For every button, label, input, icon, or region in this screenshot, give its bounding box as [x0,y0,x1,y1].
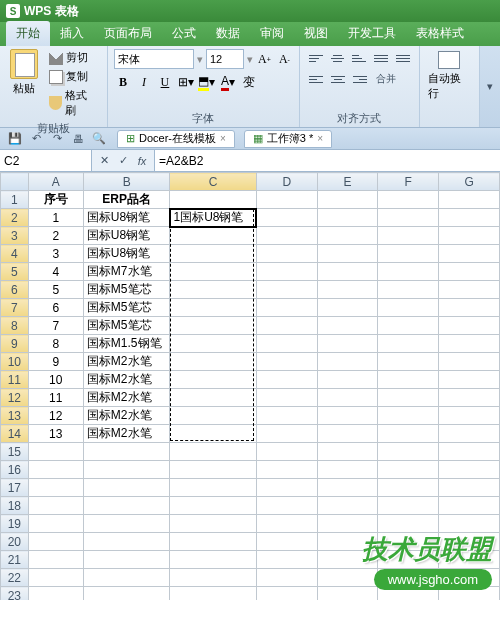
ribbon-tab-6[interactable]: 视图 [294,21,338,46]
cell-G15[interactable] [439,443,500,461]
cell-C10[interactable] [170,353,256,371]
increase-indent-button[interactable] [393,49,413,67]
cell-B14[interactable]: 国标M2水笔 [83,425,170,443]
cell-E10[interactable] [317,353,378,371]
cell-G19[interactable] [439,515,500,533]
cell-D3[interactable] [256,227,317,245]
cell-F5[interactable] [378,263,439,281]
cell-B19[interactable] [83,515,170,533]
cell-A17[interactable] [28,479,83,497]
row-header-22[interactable]: 22 [1,569,29,587]
cell-E12[interactable] [317,389,378,407]
cell-E6[interactable] [317,281,378,299]
row-header-7[interactable]: 7 [1,299,29,317]
cell-F6[interactable] [378,281,439,299]
underline-button[interactable]: U [156,72,174,92]
font-size-select[interactable] [206,49,244,69]
cell-F17[interactable] [378,479,439,497]
cell-B23[interactable] [83,587,170,601]
cell-E7[interactable] [317,299,378,317]
cell-G14[interactable] [439,425,500,443]
cell-C16[interactable] [170,461,256,479]
align-center-button[interactable] [328,70,348,88]
wrap-text-button[interactable]: 自动换行 [426,49,473,103]
cell-G1[interactable] [439,191,500,209]
cancel-edit-button[interactable]: ✕ [96,153,112,169]
cell-F9[interactable] [378,335,439,353]
workbook-tab[interactable]: ▦ 工作簿3 * × [244,130,332,148]
ribbon-tab-7[interactable]: 开发工具 [338,21,406,46]
cell-C20[interactable] [170,533,256,551]
cell-D18[interactable] [256,497,317,515]
cell-A10[interactable]: 9 [28,353,83,371]
row-header-13[interactable]: 13 [1,407,29,425]
cell-A23[interactable] [28,587,83,601]
column-header-C[interactable]: C [170,173,256,191]
cell-E16[interactable] [317,461,378,479]
confirm-edit-button[interactable]: ✓ [115,153,131,169]
qat-preview-button[interactable]: 🔍 [90,131,108,147]
cell-D10[interactable] [256,353,317,371]
column-header-G[interactable]: G [439,173,500,191]
cell-B1[interactable]: ERP品名 [83,191,170,209]
cell-E4[interactable] [317,245,378,263]
row-header-1[interactable]: 1 [1,191,29,209]
cell-A8[interactable]: 7 [28,317,83,335]
cell-A2[interactable]: 1 [28,209,83,227]
cell-C8[interactable] [170,317,256,335]
cell-D12[interactable] [256,389,317,407]
cell-G13[interactable] [439,407,500,425]
row-header-14[interactable]: 14 [1,425,29,443]
cell-C4[interactable] [170,245,256,263]
cell-B22[interactable] [83,569,170,587]
cell-G16[interactable] [439,461,500,479]
cell-F14[interactable] [378,425,439,443]
cell-F10[interactable] [378,353,439,371]
cell-B21[interactable] [83,551,170,569]
row-header-8[interactable]: 8 [1,317,29,335]
cell-G3[interactable] [439,227,500,245]
cell-C12[interactable] [170,389,256,407]
cell-B8[interactable]: 国标M5笔芯 [83,317,170,335]
row-header-19[interactable]: 19 [1,515,29,533]
row-header-11[interactable]: 11 [1,371,29,389]
spreadsheet-grid[interactable]: ABCDEFG1序号ERP品名21国标U8钢笔1国标U8钢笔32国标U8钢笔43… [0,172,500,600]
cell-E5[interactable] [317,263,378,281]
cell-G11[interactable] [439,371,500,389]
decrease-font-button[interactable]: A- [276,49,293,69]
cell-G9[interactable] [439,335,500,353]
cell-B5[interactable]: 国标M7水笔 [83,263,170,281]
cell-D2[interactable] [256,209,317,227]
align-middle-button[interactable] [328,49,348,67]
phonetic-button[interactable]: 变 [240,72,258,92]
qat-print-button[interactable]: 🖶 [69,131,87,147]
column-header-B[interactable]: B [83,173,170,191]
cell-E19[interactable] [317,515,378,533]
row-header-6[interactable]: 6 [1,281,29,299]
increase-font-button[interactable]: A+ [256,49,273,69]
cell-E8[interactable] [317,317,378,335]
ribbon-tab-3[interactable]: 公式 [162,21,206,46]
ribbon-tab-1[interactable]: 插入 [50,21,94,46]
cell-D22[interactable] [256,569,317,587]
formula-input-wrap[interactable] [155,150,500,171]
cell-A16[interactable] [28,461,83,479]
cell-G5[interactable] [439,263,500,281]
cell-B10[interactable]: 国标M2水笔 [83,353,170,371]
border-button[interactable]: ⊞▾ [177,72,195,92]
bold-button[interactable]: B [114,72,132,92]
cell-A6[interactable]: 5 [28,281,83,299]
cell-B7[interactable]: 国标M5笔芯 [83,299,170,317]
cell-E9[interactable] [317,335,378,353]
cell-A15[interactable] [28,443,83,461]
cell-C1[interactable] [170,191,256,209]
row-header-23[interactable]: 23 [1,587,29,601]
cell-F12[interactable] [378,389,439,407]
row-header-2[interactable]: 2 [1,209,29,227]
cell-E11[interactable] [317,371,378,389]
cell-A7[interactable]: 6 [28,299,83,317]
select-all-corner[interactable] [1,173,29,191]
row-header-5[interactable]: 5 [1,263,29,281]
name-box[interactable] [0,150,92,171]
cell-B20[interactable] [83,533,170,551]
